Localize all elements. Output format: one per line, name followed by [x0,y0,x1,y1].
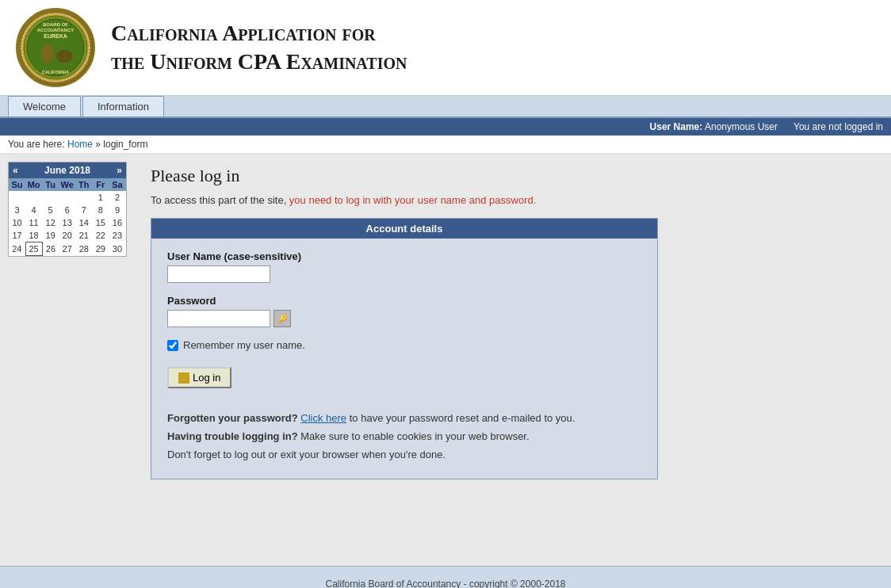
breadcrumb-home[interactable]: Home [67,139,93,150]
calendar-day[interactable]: 2 [109,191,125,204]
remember-row: Remember my user name. [167,339,641,351]
logout-reminder: Don't forget to log out or exit your bro… [167,449,641,460]
page-title: Please log in [151,166,875,186]
calendar-day[interactable]: 7 [75,204,92,216]
remember-checkbox[interactable] [167,340,178,351]
footer-line1: California Board of Accountancy - copyri… [12,578,879,588]
tab-welcome[interactable]: Welcome [8,96,81,116]
calendar-week-row: 3456789 [9,204,126,216]
status-bar: User Name: Anonymous User You are not lo… [0,118,891,136]
calendar-day[interactable]: 27 [59,242,75,256]
click-here-link[interactable]: Click here [300,412,346,424]
cal-next-btn[interactable]: » [117,165,122,176]
user-label: User Name: Anonymous User [650,121,778,132]
main-layout: « June 2018 » SuMoTuWeThFrSa 12345678910… [0,154,891,550]
calendar-day[interactable]: 26 [42,242,59,256]
calendar-day [25,191,42,204]
svg-text:EUREKA: EUREKA [44,33,67,39]
calendar-day[interactable]: 21 [75,229,92,242]
calendar-body: 1234567891011121314151617181920212223242… [9,191,126,256]
tab-information[interactable]: Information [82,96,164,116]
calendar-day[interactable]: 25 [25,242,42,256]
calendar-day [59,191,75,204]
calendar-day[interactable]: 10 [9,216,25,229]
svg-text:BOARD OF: BOARD OF [43,22,68,27]
main-content: Please log in To access this part of the… [135,154,891,550]
calendar-day[interactable]: 12 [42,216,59,229]
calendar-day[interactable]: 9 [109,204,125,216]
calendar-day[interactable]: 19 [42,229,59,242]
calendar-month-year: June 2018 [44,165,90,176]
footer: California Board of Accountancy - copyri… [0,566,891,588]
calendar-day [42,191,59,204]
account-box: Account details User Name (case-sensitiv… [151,218,658,479]
calendar-week-row: 10111213141516 [9,216,126,229]
svg-point-6 [41,44,54,63]
breadcrumb-separator: » [95,139,103,150]
calendar-day[interactable]: 4 [25,204,42,216]
username-label: User Name (case-sensitive) [167,250,641,262]
calendar-day[interactable]: 23 [109,229,125,242]
login-status: You are not logged in [793,121,883,132]
calendar-day[interactable]: 13 [59,216,75,229]
calendar-day[interactable]: 5 [42,204,59,216]
seal-logo: BOARD OF ACCOUNTANCY EUREKA CALIFORNIA [16,8,95,87]
nav-bar: Welcome Information [0,96,891,118]
calendar-day[interactable]: 3 [9,204,25,216]
calendar-day [9,191,25,204]
calendar-grid: SuMoTuWeThFrSa 1234567891011121314151617… [9,178,126,256]
calendar-day[interactable]: 1 [92,191,109,204]
calendar-header: « June 2018 » [9,162,126,178]
forgot-password-text: Forgotten your password? Click here to h… [167,412,641,424]
svg-text:CALIFORNIA: CALIFORNIA [42,70,69,74]
calendar-day[interactable]: 14 [75,216,92,229]
password-group: Password 🔑 [167,295,641,327]
password-row: 🔑 [167,310,641,327]
calendar-day[interactable]: 11 [25,216,42,229]
calendar-day[interactable]: 15 [92,216,109,229]
account-box-body: User Name (case-sensitive) Password 🔑 Re… [151,239,657,479]
calendar-day [75,191,92,204]
calendar-day[interactable]: 22 [92,229,109,242]
calendar-day[interactable]: 17 [9,229,25,242]
breadcrumb-current: login_form [103,139,147,150]
breadcrumb: You are here: Home » login_form [0,136,891,154]
remember-label: Remember my user name. [183,339,305,351]
app-title: California Application for the Uniform C… [111,19,407,77]
calendar-day[interactable]: 8 [92,204,109,216]
calendar-day[interactable]: 16 [109,216,125,229]
sidebar: « June 2018 » SuMoTuWeThFrSa 12345678910… [0,154,135,550]
calendar-day[interactable]: 18 [25,229,42,242]
username-input[interactable] [167,265,270,283]
calendar-day[interactable]: 20 [59,229,75,242]
login-icon [178,372,189,384]
password-input[interactable] [167,310,270,327]
account-box-header: Account details [151,219,657,239]
username-group: User Name (case-sensitive) [167,250,641,283]
calendar-day[interactable]: 24 [9,242,25,256]
breadcrumb-prefix: You are here: [8,139,65,150]
calendar-day[interactable]: 6 [59,204,75,216]
calendar-day[interactable]: 30 [109,242,125,256]
password-toggle-icon[interactable]: 🔑 [273,310,291,327]
page-header: BOARD OF ACCOUNTANCY EUREKA CALIFORNIA C… [0,0,891,96]
intro-text: To access this part of the site, you nee… [151,194,875,206]
svg-point-7 [56,50,72,63]
calendar: « June 2018 » SuMoTuWeThFrSa 12345678910… [8,162,127,257]
svg-text:ACCOUNTANCY: ACCOUNTANCY [37,28,75,32]
cal-prev-btn[interactable]: « [13,165,18,176]
calendar-week-row: 24252627282930 [9,242,126,256]
calendar-day[interactable]: 29 [92,242,109,256]
trouble-text: Having trouble logging in? Make sure to … [167,430,641,442]
calendar-week-row: 12 [9,191,126,204]
password-label: Password [167,295,641,307]
calendar-week-row: 17181920212223 [9,229,126,242]
login-button[interactable]: Log in [167,367,231,388]
calendar-days-header: SuMoTuWeThFrSa [9,178,126,191]
calendar-day[interactable]: 28 [75,242,92,256]
